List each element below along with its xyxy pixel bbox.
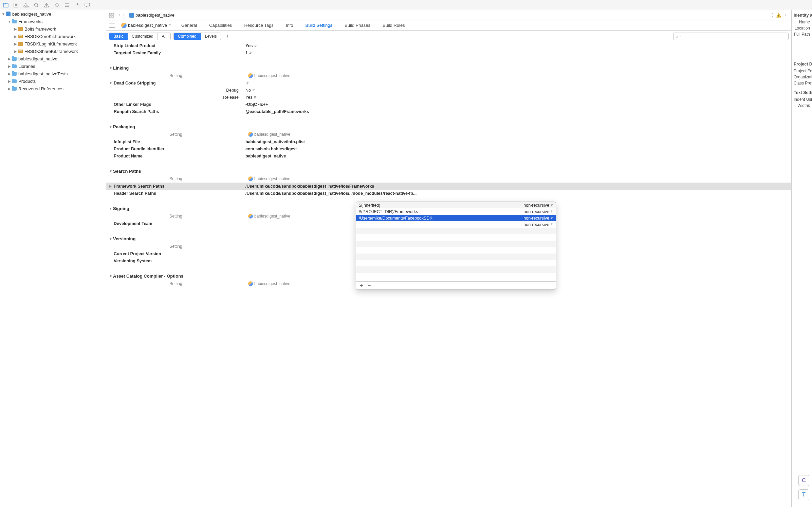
snippet-c-icon[interactable]: C <box>798 475 809 486</box>
tab-resource-tags[interactable]: Resource Tags <box>238 20 279 31</box>
setting-value[interactable]: Yes ⇵ <box>245 43 791 48</box>
seg-basic[interactable]: Basic <box>109 33 127 40</box>
disclosure-arrow-icon[interactable]: ▼ <box>7 20 12 23</box>
project-root[interactable]: ▼ babiesdigest_native <box>0 10 106 18</box>
disclosure-arrow-icon[interactable]: ▶ <box>14 50 18 53</box>
tab-build-settings[interactable]: Build Settings <box>299 20 339 31</box>
grid-icon[interactable] <box>109 13 114 18</box>
warning-icon[interactable] <box>776 13 781 18</box>
back-small-icon[interactable]: 〈 <box>769 12 773 18</box>
remove-path-button[interactable]: − <box>368 283 371 289</box>
setting-row[interactable]: ▼Dead Code Stripping ⇵ <box>106 79 791 87</box>
tab-info[interactable]: Info <box>280 20 299 31</box>
add-button[interactable]: ＋ <box>224 33 231 40</box>
setting-row[interactable]: DebugNo ⇵ <box>106 87 791 94</box>
disclosure-arrow-icon[interactable]: ▶ <box>14 35 18 38</box>
seg-combined[interactable]: Combined <box>174 33 201 40</box>
setting-value[interactable]: @executable_path/Frameworks <box>245 109 791 114</box>
list-icon[interactable] <box>64 2 70 8</box>
setting-row[interactable]: Targeted Device Family1 ⇵ <box>106 49 791 56</box>
disclosure-arrow-icon[interactable]: ▶ <box>7 64 12 68</box>
disclosure-arrow-icon[interactable]: ▼ <box>109 207 113 210</box>
seg-levels[interactable]: Levels <box>201 33 221 40</box>
disclosure-arrow-icon[interactable]: ▼ <box>109 169 113 173</box>
nav-item[interactable]: ▶FBSDKLoginKit.framework <box>0 40 106 48</box>
popup-row[interactable]: $(inherited)non-recursive⇵ <box>356 202 556 208</box>
setting-value[interactable]: /Users/mike/code/sandbox/babiesdigest_na… <box>245 191 791 196</box>
seg-customized[interactable]: Customized <box>127 33 157 40</box>
add-path-button[interactable]: ＋ <box>359 282 364 289</box>
setting-value[interactable]: No ⇵ <box>245 88 791 93</box>
snippet-t-icon[interactable]: T <box>798 489 809 500</box>
popup-row[interactable]: /Users/mike/Documents/FacebookSDKnon-rec… <box>356 215 556 221</box>
setting-value[interactable]: babiesdigest_native <box>245 154 791 158</box>
setting-row[interactable]: ReleaseYes ⇵ <box>106 94 791 101</box>
disclosure-arrow-icon[interactable]: ▶ <box>14 42 18 46</box>
disclosure-arrow-icon[interactable]: ▼ <box>109 237 113 241</box>
section-header[interactable]: ▼Search Paths <box>106 167 791 175</box>
setting-value[interactable]: -ObjC -lc++ <box>245 102 791 107</box>
arrow-icon[interactable] <box>74 2 80 8</box>
nav-item[interactable]: ▶Products <box>0 77 106 85</box>
disclosure-arrow-icon[interactable]: ▼ <box>109 274 113 278</box>
disclosure-arrow-icon[interactable]: ▶ <box>7 87 12 91</box>
popup-row[interactable]: non-recursive⇵ <box>356 221 556 228</box>
warning-icon[interactable] <box>43 2 50 8</box>
setting-row[interactable]: Runpath Search Paths@executable_path/Fra… <box>106 108 791 115</box>
disclosure-arrow-icon[interactable]: ▶ <box>7 79 12 83</box>
disclosure-arrow-icon[interactable]: ▼ <box>1 12 5 16</box>
disclosure-arrow-icon[interactable]: ▼ <box>109 81 112 85</box>
target-selector[interactable]: babiesdigest_native ⇅ <box>118 23 175 28</box>
setting-value[interactable]: /Users/mike/code/sandbox/babiesdigest_na… <box>245 184 791 189</box>
setting-value[interactable]: ⇵ <box>245 81 791 86</box>
disclosure-arrow-icon[interactable]: ▶ <box>7 72 12 76</box>
panel-icon[interactable] <box>109 23 115 28</box>
forward-small-icon[interactable]: 〉 <box>784 12 789 18</box>
tab-capabilities[interactable]: Capabilities <box>203 20 238 31</box>
symbol-icon[interactable] <box>13 2 19 8</box>
hierarchy-icon[interactable] <box>23 2 29 8</box>
seg-all[interactable]: All <box>158 33 170 40</box>
disclosure-arrow-icon[interactable]: ▶ <box>7 57 12 61</box>
popup-path[interactable]: $(PROJECT_DIR)/Frameworks <box>359 209 523 214</box>
nav-item[interactable]: ▶Libraries <box>0 62 106 70</box>
nav-item[interactable]: ▶FBSDKCoreKit.framework <box>0 33 106 40</box>
tab-build-phases[interactable]: Build Phases <box>338 20 376 31</box>
setting-row[interactable]: Strip Linked ProductYes ⇵ <box>106 42 791 49</box>
folder-icon[interactable] <box>3 2 9 8</box>
breadcrumb[interactable]: babiesdigest_native <box>129 13 174 18</box>
back-icon[interactable]: 〈 <box>116 12 121 18</box>
tab-general[interactable]: General <box>175 20 203 31</box>
popup-recursive[interactable]: non-recursive <box>523 209 551 214</box>
setting-row[interactable]: Header Search Paths/Users/mike/code/sand… <box>106 190 791 197</box>
popup-recursive[interactable]: non-recursive <box>523 222 551 227</box>
popup-path[interactable]: /Users/mike/Documents/FacebookSDK <box>359 216 523 221</box>
search-input[interactable]: ⌕ ⌄ <box>673 33 789 40</box>
forward-icon[interactable]: 〉 <box>122 12 127 18</box>
search-icon[interactable] <box>33 2 39 8</box>
nav-item[interactable]: ▶babiesdigest_nativeTests <box>0 70 106 77</box>
setting-row[interactable]: Product Namebabiesdigest_native <box>106 152 791 159</box>
setting-value[interactable]: babiesdigest_native/Info.plist <box>245 139 791 144</box>
setting-row[interactable]: Product Bundle Identifiercom.saisols.bab… <box>106 145 791 152</box>
setting-row[interactable]: Other Linker Flags-ObjC -lc++ <box>106 101 791 108</box>
section-header[interactable]: ▼Linking <box>106 64 791 72</box>
nav-item[interactable]: ▶Bolts.framework <box>0 25 106 33</box>
disclosure-arrow-icon[interactable]: ▶ <box>14 27 18 31</box>
disclosure-arrow-icon[interactable]: ▶ <box>109 184 112 188</box>
tab-build-rules[interactable]: Build Rules <box>376 20 411 31</box>
nav-item[interactable]: ▶FBSDKShareKit.framework <box>0 48 106 55</box>
popup-recursive[interactable]: non-recursive <box>523 216 551 221</box>
setting-value[interactable]: com.saisols.babiesdigest <box>245 147 791 151</box>
popup-row[interactable]: $(PROJECT_DIR)/Frameworksnon-recursive⇵ <box>356 208 556 215</box>
setting-row[interactable]: Info.plist Filebabiesdigest_native/Info.… <box>106 138 791 145</box>
popup-path[interactable]: $(inherited) <box>359 203 523 208</box>
setting-value[interactable]: Yes ⇵ <box>245 95 791 100</box>
tag-icon[interactable] <box>54 2 60 8</box>
section-header[interactable]: ▼Packaging <box>106 123 791 131</box>
comment-icon[interactable] <box>84 2 90 8</box>
nav-item[interactable]: ▶babiesdigest_native <box>0 55 106 62</box>
setting-value[interactable]: 1 ⇵ <box>245 51 791 55</box>
disclosure-arrow-icon[interactable]: ▼ <box>109 66 113 70</box>
popup-recursive[interactable]: non-recursive <box>523 203 551 208</box>
